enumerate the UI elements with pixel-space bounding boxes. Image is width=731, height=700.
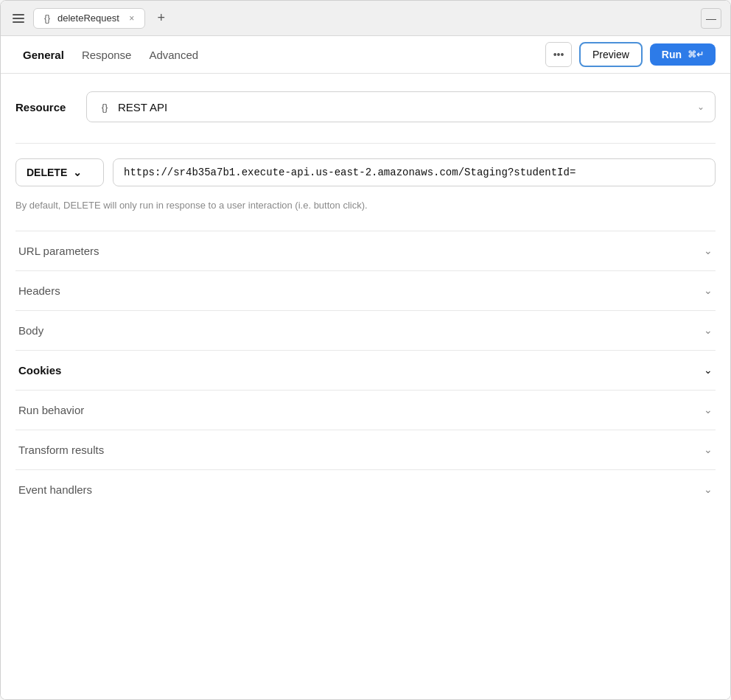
resource-select[interactable]: {} REST API ⌄ <box>86 91 716 122</box>
window-minimize-button[interactable]: — <box>701 8 721 29</box>
accordion-transform-results-title: Transform results <box>18 444 104 456</box>
accordion-body-header[interactable]: Body ⌄ <box>15 311 716 350</box>
resource-row: Resource {} REST API ⌄ <box>15 91 716 122</box>
accordion-transform-results-header[interactable]: Transform results ⌄ <box>15 430 716 469</box>
method-value: DELETE <box>27 167 67 178</box>
app-window: {} deleteRequest × + — General Response … <box>0 0 731 700</box>
rest-api-icon: {} <box>97 99 112 114</box>
accordion-event-handlers: Event handlers ⌄ <box>15 469 716 509</box>
accordion-headers-chevron: ⌄ <box>704 284 713 296</box>
tab-advanced[interactable]: Advanced <box>141 44 206 66</box>
accordion-run-behavior-header[interactable]: Run behavior ⌄ <box>15 391 716 430</box>
tab-icon: {} <box>41 13 53 24</box>
accordion-cookies: Cookies ⌄ <box>15 350 716 390</box>
run-button[interactable]: Run ⌘↵ <box>650 43 716 66</box>
accordion-body-title: Body <box>18 324 43 337</box>
accordion-run-behavior-title: Run behavior <box>18 404 84 416</box>
toolbar: General Response Advanced ••• Preview Ru… <box>1 36 730 74</box>
resource-chevron-icon: ⌄ <box>697 102 704 112</box>
url-input[interactable]: https://sr4b35a7b1.execute-api.us-east-2… <box>113 158 716 186</box>
accordion-url-parameters-chevron: ⌄ <box>704 245 713 256</box>
accordion-body: Body ⌄ <box>15 310 716 350</box>
accordion-url-parameters-title: URL parameters <box>18 245 99 257</box>
helper-text: By default, DELETE will only run in resp… <box>15 198 716 213</box>
divider-1 <box>15 143 716 144</box>
tab-response[interactable]: Response <box>74 44 139 66</box>
active-tab[interactable]: {} deleteRequest × <box>33 8 145 29</box>
new-tab-button[interactable]: + <box>151 8 172 29</box>
tab-title: deleteRequest <box>57 13 119 24</box>
tab-close-button[interactable]: × <box>127 13 137 24</box>
method-url-row: DELETE ⌄ https://sr4b35a7b1.execute-api.… <box>15 158 716 186</box>
accordion-event-handlers-chevron: ⌄ <box>704 483 713 495</box>
hamburger-menu[interactable] <box>10 11 27 26</box>
run-label: Run <box>662 49 682 60</box>
accordion-event-handlers-title: Event handlers <box>18 483 92 496</box>
accordion-event-handlers-header[interactable]: Event handlers ⌄ <box>15 470 716 509</box>
accordion-run-behavior-chevron: ⌄ <box>704 404 713 416</box>
main-content: Resource {} REST API ⌄ DELETE ⌄ https://… <box>1 74 730 699</box>
method-chevron-icon: ⌄ <box>73 167 82 178</box>
accordion-headers: Headers ⌄ <box>15 270 716 310</box>
more-options-button[interactable]: ••• <box>545 42 572 67</box>
accordion-url-parameters-header[interactable]: URL parameters ⌄ <box>15 231 716 270</box>
accordion-run-behavior: Run behavior ⌄ <box>15 390 716 430</box>
accordion-cookies-title: Cookies <box>18 364 61 377</box>
accordion-body-chevron: ⌄ <box>704 324 713 336</box>
tab-general[interactable]: General <box>15 44 71 66</box>
accordion-sections: URL parameters ⌄ Headers ⌄ Body ⌄ Cookie… <box>15 231 716 509</box>
accordion-cookies-chevron: ⌄ <box>704 364 713 376</box>
resource-value: REST API <box>118 101 691 113</box>
accordion-transform-results: Transform results ⌄ <box>15 430 716 469</box>
preview-button[interactable]: Preview <box>579 42 643 67</box>
accordion-transform-results-chevron: ⌄ <box>704 444 713 455</box>
accordion-headers-title: Headers <box>18 284 60 297</box>
accordion-cookies-header[interactable]: Cookies ⌄ <box>15 351 716 390</box>
accordion-headers-header[interactable]: Headers ⌄ <box>15 271 716 310</box>
title-bar: {} deleteRequest × + — <box>1 1 730 36</box>
accordion-url-parameters: URL parameters ⌄ <box>15 231 716 270</box>
run-shortcut: ⌘↵ <box>688 49 704 60</box>
resource-label: Resource <box>15 101 74 113</box>
method-select[interactable]: DELETE ⌄ <box>15 158 104 186</box>
